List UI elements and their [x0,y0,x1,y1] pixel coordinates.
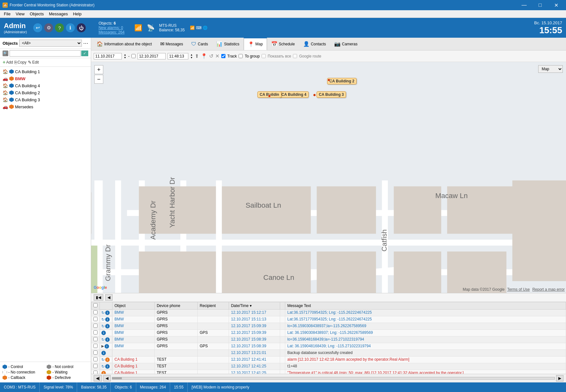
help-button[interactable]: ? [55,23,64,32]
minimize-button[interactable]: — [517,0,531,10]
row-checkbox-cell[interactable] [91,363,100,370]
tab-cameras[interactable]: 📷 Cameras [330,38,362,50]
menu-file[interactable]: File [1,11,13,17]
row-checkbox[interactable] [93,317,98,321]
row-checkbox-cell[interactable] [91,310,100,316]
arrow-blue-icon[interactable]: ↻ [101,317,105,322]
tab-contacts[interactable]: 👤 Contacts [299,38,330,50]
menu-messages[interactable]: Messages [46,11,70,17]
table-row[interactable]: ↻i BMW GPRS 12.10.2017 15:09:39 lo=36.15… [91,323,566,330]
tab-schedule[interactable]: 📅 Schedule [267,38,299,50]
arrow-blue-icon[interactable]: ↻ [101,357,105,362]
edit-button[interactable]: ✎ Edit [28,60,39,65]
power-button[interactable]: ⏻ [77,23,86,32]
marker-ca-building-3[interactable]: CA Building 3 [317,91,346,98]
sidebar-item-ca-building-4[interactable]: 🏠 CA Building 4 [0,82,91,89]
table-row[interactable]: ↻i BMW GPRS 12.10.2017 15:08:39 lo=36.15… [91,336,566,343]
date-from-input[interactable] [94,53,122,59]
search-input[interactable] [10,50,81,57]
close-button[interactable]: ✕ [549,0,563,10]
marker-ca-building-4[interactable]: CA Building 4 [279,91,309,98]
settings-button[interactable]: ⚙ [44,23,53,32]
date-to-input[interactable] [138,53,166,59]
alarms-link[interactable]: New alarms: 0 [98,26,123,30]
tab-map[interactable]: 📍 Map [244,38,267,50]
scroll-track[interactable] [112,377,555,380]
nav-first-button[interactable]: ◀| [94,375,102,381]
arrow-blue-icon[interactable]: ↻ [101,364,105,369]
table-row[interactable]: i 12.10.2017 13:21:01 Backup database su… [91,350,566,357]
terms-of-use-link[interactable]: Terms of Use [507,287,530,292]
info-icon[interactable]: i [105,364,110,369]
table-row[interactable]: ↻! CA Building 1 TEST 12.10.2017 12:41:4… [91,357,566,363]
messages-table-wrapper[interactable]: Object Device phone Recipient Date/Time … [91,302,566,374]
cross-icon[interactable]: ✕ [215,53,219,59]
tab-messages[interactable]: ✉ Messages [156,38,187,50]
zoom-out-button[interactable]: − [94,75,103,84]
row-checkbox-cell[interactable] [91,323,100,330]
sidebar-item-mersedes[interactable]: 🚗 Mersedes [0,103,91,110]
to-group-checkbox[interactable] [239,54,243,58]
report-error-link[interactable]: Report a map error [532,287,565,292]
menu-view[interactable]: View [13,11,27,17]
sidebar-item-ca-building-2[interactable]: 🏠 CA Building 2 [0,89,91,96]
menu-objects[interactable]: Objects [27,11,46,17]
sort-icon[interactable]: ▾ [250,304,252,308]
date-checkbox[interactable] [131,54,136,58]
row-checkbox[interactable] [93,344,98,348]
row-checkbox[interactable] [93,310,98,314]
table-row[interactable]: ↻i BMW GPRS 12.10.2017 15:11:13 Lat:36.1… [91,316,566,323]
info-icon[interactable]: i [101,331,106,335]
tab-information[interactable]: 🏠 Information about the object [92,38,156,50]
show-all-checkbox[interactable] [262,54,266,58]
table-nav-left[interactable]: ◀ [105,294,113,301]
table-row[interactable]: ↻i CA Building 1 TEST 12.10.2017 12:41:2… [91,363,566,370]
search-confirm-button[interactable]: ✓ [81,50,88,56]
add-button[interactable]: + Add [3,59,13,65]
row-checkbox-cell[interactable] [91,370,100,374]
tab-statistics[interactable]: 📊 Statistics [212,38,243,50]
warning-icon[interactable]: ! [105,357,110,362]
info-icon[interactable]: i [105,337,110,342]
expand-icon[interactable]: ▶ [101,344,104,348]
zoom-in-button[interactable]: + [94,65,103,74]
cursor-icon[interactable]: ⬆ [195,53,199,59]
map-type-dropdown[interactable]: Map Satellite Terrain [538,65,563,73]
row-checkbox-cell[interactable] [91,357,100,363]
google-route-checkbox[interactable] [293,54,297,58]
sidebar-filter[interactable]: <All> [19,40,82,47]
maximize-button[interactable]: □ [533,0,547,10]
nav-next-button[interactable]: ▶ [556,375,563,381]
menu-help[interactable]: Help [70,11,84,17]
info-button[interactable]: ℹ [66,23,75,32]
arrow-blue-icon[interactable]: ↻ [101,311,105,315]
info-icon[interactable]: i [105,324,110,328]
row-checkbox[interactable] [93,350,98,355]
sidebar-item-ca-building-3[interactable]: 🏠 CA Building 3 [0,96,91,103]
row-checkbox[interactable] [93,337,98,341]
tab-cards[interactable]: 🛡 Cards [187,38,212,50]
row-checkbox[interactable] [93,330,98,334]
scroll-thumb[interactable] [112,377,122,379]
row-checkbox[interactable] [93,324,98,328]
info-icon[interactable]: i [105,344,109,349]
row-checkbox[interactable] [93,357,98,361]
logout-button[interactable]: ↩ [33,23,42,32]
table-row[interactable]: ! CA Building 1 TEST 12.10.2017 12:41:25… [91,370,566,374]
sidebar-item-bmw[interactable]: 🚗 BMW [0,75,91,82]
time-to-spinner[interactable]: ▲ ▼ [190,53,193,59]
table-row[interactable]: i BMW GPRS GPS 12.10.2017 15:09:39 Lat: … [91,330,566,336]
marker-ca-building-2[interactable]: CA Building 2 [327,78,357,84]
table-nav-first[interactable]: ▮◀ [94,294,103,301]
refresh-icon[interactable]: ↺ [209,53,213,59]
select-all-checkbox[interactable] [93,303,98,307]
map-background[interactable]: 159 Sailboat Ln Macaw Ln Canoe Ln Shelte… [91,62,566,293]
sidebar-item-ca-building-1[interactable]: 🏠 CA Building 1 [0,68,91,75]
time-to-input[interactable] [168,53,188,59]
row-checkbox-cell[interactable] [91,343,100,350]
date-from-spinner[interactable]: ▲ ▼ [124,53,126,59]
info-icon[interactable]: i [101,351,106,355]
table-row[interactable]: ▶i BMW GPRS GPS 12.10.2017 15:08:39 Lat:… [91,343,566,350]
table-row[interactable]: ↻i BMW GPRS 12.10.2017 15:12:17 Lat:36.1… [91,310,566,316]
row-checkbox[interactable] [93,371,98,374]
